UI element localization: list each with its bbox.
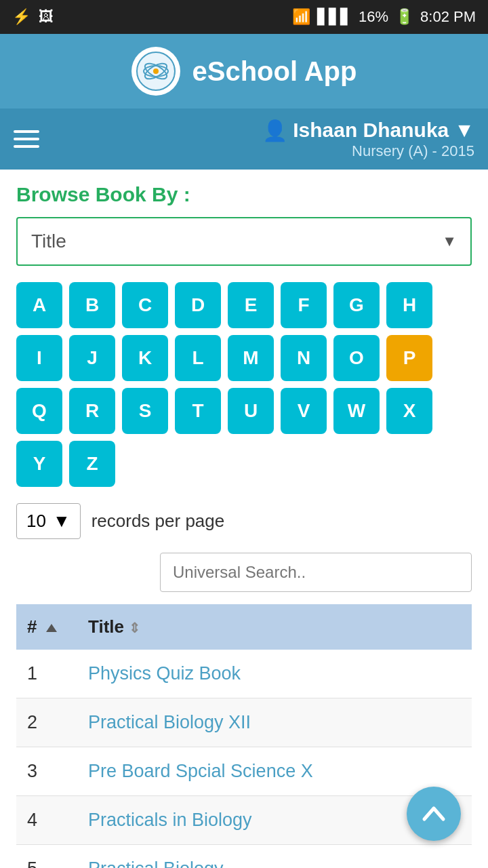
table-header-row: # Title ⇕ xyxy=(16,604,472,650)
hamburger-menu[interactable] xyxy=(14,130,39,148)
scroll-top-button[interactable] xyxy=(407,787,461,841)
usb-icon: ⚡ xyxy=(12,8,30,26)
alpha-btn-U[interactable]: U xyxy=(228,388,274,434)
hamburger-line-2 xyxy=(14,138,39,140)
user-class: Nursery (A) - 2015 xyxy=(262,142,474,160)
hamburger-line-3 xyxy=(14,145,39,148)
table-cell-num: 5 xyxy=(16,845,77,869)
user-name-row[interactable]: 👤 Ishaan Dhanuka ▼ xyxy=(262,119,474,142)
alpha-btn-S[interactable]: S xyxy=(122,388,168,434)
user-name-text: Ishaan Dhanuka xyxy=(293,119,449,142)
alpha-btn-C[interactable]: C xyxy=(122,282,168,328)
alpha-btn-H[interactable]: H xyxy=(386,282,432,328)
user-info: 👤 Ishaan Dhanuka ▼ Nursery (A) - 2015 xyxy=(262,119,474,160)
col-title-label: Title xyxy=(88,616,124,637)
chevron-up-icon xyxy=(419,799,449,829)
records-label: records per page xyxy=(92,511,225,532)
svg-point-4 xyxy=(153,68,159,74)
alpha-btn-O[interactable]: O xyxy=(333,335,380,381)
alpha-btn-L[interactable]: L xyxy=(175,335,221,381)
user-bar: 👤 Ishaan Dhanuka ▼ Nursery (A) - 2015 xyxy=(0,108,488,170)
alpha-btn-P[interactable]: P xyxy=(386,335,432,381)
signal-icon: ▋▋▋ xyxy=(317,8,352,26)
alpha-btn-W[interactable]: W xyxy=(333,388,380,434)
logo-svg xyxy=(136,51,176,92)
image-icon: 🖼 xyxy=(39,8,54,26)
table-row: 3Pre Board Spcial Science X xyxy=(16,747,472,796)
alpha-btn-Q[interactable]: Q xyxy=(16,388,62,434)
status-right: 📶 ▋▋▋ 16% 🔋 8:02 PM xyxy=(292,8,476,26)
table-cell-title[interactable]: Pre Board Spcial Science X xyxy=(77,747,472,796)
search-wrap xyxy=(16,553,472,592)
table-cell-title[interactable]: Practical Biology xyxy=(77,845,472,869)
table-cell-num: 3 xyxy=(16,747,77,796)
wifi-icon: 📶 xyxy=(292,8,310,26)
alpha-btn-G[interactable]: G xyxy=(333,282,380,328)
dropdown-arrow: ▼ xyxy=(442,233,457,250)
table-cell-title[interactable]: Physics Quiz Book xyxy=(77,650,472,698)
records-arrow: ▼ xyxy=(53,511,70,532)
battery-icon: 🔋 xyxy=(395,8,413,26)
table-row: 4Practicals in Biology xyxy=(16,796,472,845)
user-dropdown-arrow: ▼ xyxy=(454,119,474,142)
alpha-btn-I[interactable]: I xyxy=(16,335,62,381)
col-title[interactable]: Title ⇕ xyxy=(77,604,472,650)
col-num[interactable]: # xyxy=(16,604,77,650)
alpha-btn-D[interactable]: D xyxy=(175,282,221,328)
table-row: 5Practical Biology xyxy=(16,845,472,869)
table-cell-num: 1 xyxy=(16,650,77,698)
alphabet-grid: ABCDEFGHIJKLMNOPQRSTUVWXYZ xyxy=(16,282,472,487)
status-left: ⚡ 🖼 xyxy=(12,8,54,26)
records-value: 10 xyxy=(26,511,46,532)
app-title: eSchool App xyxy=(192,56,357,87)
table-row: 1Physics Quiz Book xyxy=(16,650,472,698)
user-icon: 👤 xyxy=(262,119,287,142)
app-logo xyxy=(131,47,180,96)
status-bar: ⚡ 🖼 📶 ▋▋▋ 16% 🔋 8:02 PM xyxy=(0,0,488,34)
browse-dropdown[interactable]: Title ▼ xyxy=(16,217,472,266)
table-row: 2Practical Biology XII xyxy=(16,698,472,747)
hamburger-line-1 xyxy=(14,130,39,133)
alpha-btn-R[interactable]: R xyxy=(69,388,115,434)
sort-up-icon xyxy=(46,624,57,632)
alpha-btn-E[interactable]: E xyxy=(228,282,274,328)
browse-label: Browse Book By : xyxy=(16,183,472,206)
alpha-btn-V[interactable]: V xyxy=(281,388,327,434)
alpha-btn-K[interactable]: K xyxy=(122,335,168,381)
alpha-btn-B[interactable]: B xyxy=(69,282,115,328)
alpha-btn-N[interactable]: N xyxy=(281,335,327,381)
table-cell-title[interactable]: Practical Biology XII xyxy=(77,698,472,747)
battery-level: 16% xyxy=(359,8,388,26)
table-cell-num: 2 xyxy=(16,698,77,747)
alpha-btn-J[interactable]: J xyxy=(69,335,115,381)
alpha-btn-Y[interactable]: Y xyxy=(16,441,62,487)
sort-both-icon: ⇕ xyxy=(129,620,140,636)
table-body: 1Physics Quiz Book2Practical Biology XII… xyxy=(16,650,472,868)
alpha-btn-Z[interactable]: Z xyxy=(69,441,115,487)
alpha-btn-F[interactable]: F xyxy=(281,282,327,328)
search-input[interactable] xyxy=(160,553,472,592)
dropdown-selected: Title xyxy=(31,231,66,252)
main-content: Browse Book By : Title ▼ ABCDEFGHIJKLMNO… xyxy=(0,170,488,868)
alpha-btn-T[interactable]: T xyxy=(175,388,221,434)
clock: 8:02 PM xyxy=(420,8,476,26)
table-cell-num: 4 xyxy=(16,796,77,845)
records-row: 10 ▼ records per page xyxy=(16,503,472,539)
alpha-btn-A[interactable]: A xyxy=(16,282,62,328)
alpha-btn-X[interactable]: X xyxy=(386,388,432,434)
records-per-page-select[interactable]: 10 ▼ xyxy=(16,503,81,539)
alpha-btn-M[interactable]: M xyxy=(228,335,274,381)
book-table: # Title ⇕ 1Physics Quiz Book2Practical B… xyxy=(16,604,472,868)
table-header: # Title ⇕ xyxy=(16,604,472,650)
app-header: eSchool App xyxy=(0,34,488,108)
